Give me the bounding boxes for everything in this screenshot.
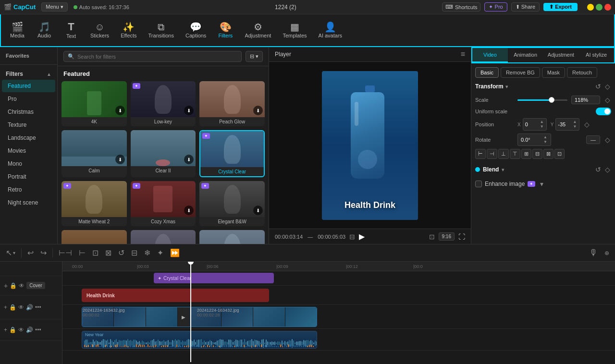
search-input[interactable] [77,54,237,60]
toolbar-captions[interactable]: 💬 Captions [181,19,211,41]
enhance-settings-icon[interactable]: ▾ [540,180,543,188]
sub-tab-basic[interactable]: Basic [475,67,499,78]
sidebar-item-texture[interactable]: Texture [2,119,55,131]
play-button[interactable]: ▶ [359,232,365,241]
scale-keyframe-button[interactable]: ◇ [604,95,611,105]
audio-add[interactable]: + [4,327,7,333]
align-distribute-h[interactable]: ⊠ [543,149,554,159]
toolbar-stickers[interactable]: ☺ Stickers [86,19,114,41]
rotate-flip-button[interactable]: — [586,135,600,144]
y-input[interactable]: -35 ▲▼ [555,118,579,131]
filter-item-clear-ii[interactable]: ⬇ Clear II [131,130,196,177]
filter-sort-button[interactable]: ⊟ ▾ [246,51,263,62]
close-button[interactable] [604,4,611,11]
scale-slider-thumb[interactable] [549,97,554,103]
tab-animation[interactable]: Animation [508,48,543,62]
align-bottom-button[interactable]: ⊟ [532,149,542,159]
align-right-button[interactable]: ⊥ [498,149,509,159]
rotate-input[interactable]: 0.0° ▲▼ [517,133,551,146]
toolbar-ai-avatars[interactable]: 👤 AI avatars [314,19,347,41]
cover-button[interactable]: Cover [26,282,45,289]
add-track-button[interactable]: ⊕ [603,248,611,258]
filter-item-metal[interactable]: ⬇ Metal [131,230,196,244]
y-up[interactable]: ▲ [572,120,577,124]
tab-ai-stylize[interactable]: AI stylize [578,48,614,62]
toolbar-adjustment[interactable]: ⚙ Adjustment [240,19,276,41]
fullscreen-button[interactable]: ⛶ [458,233,465,241]
filter-item-crystal-clear[interactable]: ✦ Crystal Clear [199,130,265,177]
sidebar-item-mono[interactable]: Mono [2,158,55,170]
trim-left-button[interactable]: ⊢ [77,246,87,259]
scale-slider[interactable] [517,99,567,101]
sidebar-item-featured[interactable]: Featured [2,80,55,92]
align-distribute-v[interactable]: ⊡ [554,149,565,159]
x-up[interactable]: ▲ [540,120,544,124]
audio-volume[interactable]: 🔊 [26,327,33,333]
toolbar-effects[interactable]: ✨ Effects [116,19,141,41]
filter-item-elegant-bw[interactable]: ✦ ⬇ Elegant B&W [199,181,265,226]
sidebar-item-portrait[interactable]: Portrait [2,170,55,183]
y-down[interactable]: ▼ [572,124,577,129]
tab-video[interactable]: Video [472,48,508,62]
sub-tab-retouch[interactable]: Retouch [567,67,597,78]
menu-button[interactable]: Menu ▾ [41,2,68,12]
share-button[interactable]: ⬆ Share [511,2,540,12]
scale-value[interactable]: 118% [571,96,600,104]
rotate-video-button[interactable]: ↺ [116,246,126,259]
align-top-button[interactable]: ⊤ [510,149,520,159]
rotate-keyframe-button[interactable]: ◇ [604,135,611,145]
filter-download-icon-calm[interactable]: ⬇ [115,155,125,164]
filter-download-icon-4k[interactable]: ⬇ [115,106,125,115]
export-button[interactable]: ⬆ Export [543,3,578,11]
filter-item-clear[interactable]: ⬇ Clear [199,230,265,244]
rotate-down[interactable]: ▼ [543,140,548,145]
image-track-lock[interactable]: 🔒 [9,304,16,311]
aspect-ratio-button[interactable]: 9:16 [439,232,455,241]
toolbar-text[interactable]: T Text [59,19,84,42]
image-track-more[interactable]: ••• [35,304,41,311]
delete-button[interactable]: ⊡ [90,246,100,259]
pro-button[interactable]: ✦ Pro [484,2,507,12]
sidebar-item-retro[interactable]: Retro [2,183,55,196]
video-track-visible[interactable]: 👁 [19,282,25,289]
blend-reset-button[interactable]: ↺ [594,165,602,174]
toolbar-transitions[interactable]: ⧉ Transitions [144,19,179,41]
filter-item-cozy-xmas[interactable]: ✦ ⬇ Cozy Xmas [131,181,196,226]
player-menu-button[interactable]: ≡ [461,50,465,59]
filter-item-peach-glow[interactable]: ⬇ Peach Glow [199,81,265,126]
mirror-button[interactable]: ⊟ [129,246,139,259]
audio-more[interactable]: ••• [35,327,41,333]
sidebar-item-movies[interactable]: Movies [2,145,55,157]
image-track-audio[interactable]: 🔊 [26,304,33,311]
align-center-h-button[interactable]: ⊣ [487,149,497,159]
transform-keyframe-button[interactable]: ◇ [604,82,611,91]
rotate-up[interactable]: ▲ [543,135,548,140]
filter-item-4k[interactable]: ⬇ 4K [62,81,127,126]
sub-tab-remove-bg[interactable]: Remove BG [501,67,540,78]
split-button[interactable]: ⊢⊣ [57,246,74,259]
position-keyframe-button[interactable]: ◇ [583,120,590,129]
filter-download-icon-elegant-bw[interactable]: ⬇ [253,206,263,215]
speed-button[interactable]: ⏩ [168,246,182,259]
timeline-icon[interactable]: ⊟ [349,233,355,241]
filter-download-icon-peach-glow[interactable]: ⬇ [253,106,263,115]
sidebar-item-pro[interactable]: Pro [2,93,55,105]
sidebar-item-night-scene[interactable]: Night scene [2,196,55,209]
filter-item-matte-wheat[interactable]: ✦ Matte Wheat 2 [62,181,127,226]
crop-button[interactable]: ⊡ [429,233,435,241]
x-down[interactable]: ▼ [540,124,544,129]
audio-visible[interactable]: 👁 [18,327,24,333]
blend-keyframe-button[interactable]: ◇ [604,165,611,174]
audio-clip[interactable]: New Year // Waveform will be generated b… [82,331,317,349]
transform-reset-button[interactable]: ↺ [594,82,602,91]
sidebar-item-landscape[interactable]: Landscape [2,132,55,144]
select-tool-button[interactable]: ↖ ▾ [4,246,17,259]
align-left-button[interactable]: ⊢ [475,149,486,159]
redo-button[interactable]: ↪ [38,246,49,259]
video-track-add[interactable]: + [4,282,8,290]
uniform-scale-toggle[interactable] [596,108,611,115]
x-input[interactable]: 0 ▲▼ [523,118,547,131]
filter-item-moody-fall[interactable]: ⬇ Moody Fall [62,230,127,244]
minimize-button[interactable] [587,4,594,11]
toolbar-media[interactable]: 🎬 Media [5,19,30,41]
